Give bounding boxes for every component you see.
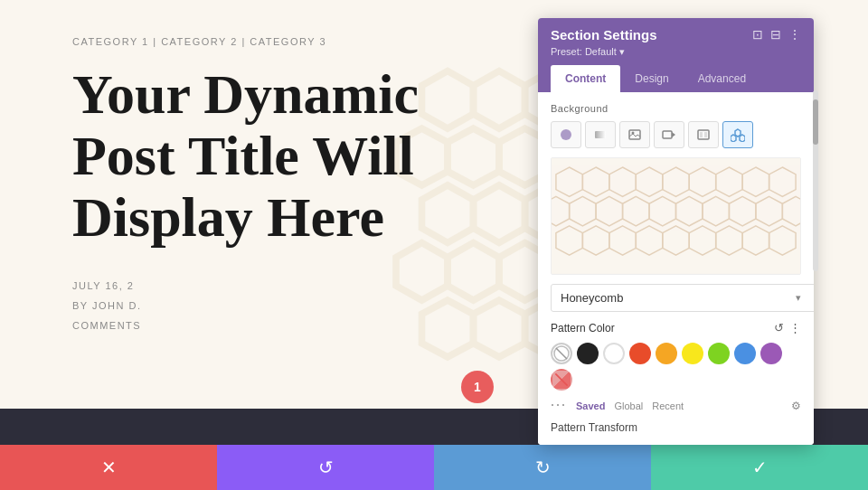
svg-rect-23 bbox=[595, 131, 606, 138]
bg-icon-color[interactable] bbox=[551, 121, 581, 148]
bottom-toolbar: ✕ ↺ ↻ ✓ bbox=[0, 445, 868, 490]
panel-title-row: Section Settings ⊡ ⊟ ⋮ bbox=[551, 27, 801, 42]
tab-design[interactable]: Design bbox=[620, 65, 683, 92]
more-color-icon[interactable]: ⋮ bbox=[789, 321, 801, 335]
pattern-select[interactable]: Honeycomb Dots Stripes Chevron Crosshatc… bbox=[551, 284, 814, 312]
svg-line-65 bbox=[555, 373, 567, 385]
swatch-green[interactable] bbox=[708, 343, 730, 364]
bg-icon-pattern[interactable] bbox=[722, 121, 753, 148]
bg-icon-slideshow[interactable] bbox=[688, 121, 719, 148]
panel-title-icons: ⊡ ⊟ ⋮ bbox=[752, 27, 801, 42]
svg-marker-27 bbox=[672, 132, 675, 137]
panel-scrollbar[interactable] bbox=[813, 90, 818, 271]
panel-icon-more[interactable]: ⋮ bbox=[788, 27, 801, 42]
tab-global[interactable]: Global bbox=[614, 400, 643, 411]
panel-tabs: Content Design Advanced bbox=[551, 65, 801, 92]
svg-rect-30 bbox=[704, 132, 707, 137]
pattern-color-action-icons: ↺ ⋮ bbox=[774, 321, 801, 335]
scrollbar-thumb[interactable] bbox=[813, 99, 818, 145]
tab-content[interactable]: Content bbox=[551, 65, 620, 92]
panel-preset[interactable]: Preset: Default ▾ bbox=[551, 46, 801, 58]
svg-rect-26 bbox=[663, 131, 672, 138]
tab-advanced[interactable]: Advanced bbox=[684, 65, 760, 92]
swatch-white[interactable] bbox=[603, 343, 625, 364]
panel-icon-copy[interactable]: ⊡ bbox=[752, 27, 763, 42]
section-settings-panel: Section Settings ⊡ ⊟ ⋮ Preset: Default ▾… bbox=[538, 18, 814, 445]
svg-marker-31 bbox=[735, 129, 741, 137]
post-meta: JULY 16, 2 BY JOHN D. COMMENTS bbox=[72, 276, 488, 335]
panel-icon-columns[interactable]: ⊟ bbox=[770, 27, 781, 42]
bg-icons-row bbox=[551, 121, 801, 148]
svg-marker-33 bbox=[740, 135, 745, 142]
pattern-color-row: Pattern Color ↺ ⋮ bbox=[551, 321, 801, 335]
cancel-icon: ✕ bbox=[101, 457, 117, 478]
post-title: Your Dynamic Post Title Will Display Her… bbox=[72, 63, 488, 249]
background-label: Background bbox=[551, 103, 801, 114]
settings-gear-icon[interactable]: ⚙ bbox=[791, 400, 801, 413]
step-indicator: 1 bbox=[461, 371, 494, 403]
bg-icon-image[interactable] bbox=[619, 121, 650, 148]
pattern-color-label: Pattern Color bbox=[551, 322, 767, 335]
saved-tabs-row: ··· Saved Global Recent ⚙ bbox=[551, 398, 801, 414]
save-icon: ✓ bbox=[752, 457, 768, 478]
reset-color-icon[interactable]: ↺ bbox=[774, 321, 784, 335]
swatch-yellow[interactable] bbox=[682, 343, 703, 364]
svg-rect-29 bbox=[700, 132, 703, 137]
tab-recent[interactable]: Recent bbox=[652, 400, 684, 411]
undo-icon: ↺ bbox=[318, 457, 334, 478]
panel-body: Background bbox=[538, 92, 814, 445]
more-dots[interactable]: ··· bbox=[551, 398, 567, 414]
swatch-blue[interactable] bbox=[734, 343, 756, 364]
pattern-transform-label: Pattern Transform bbox=[551, 421, 801, 434]
pattern-dropdown-row: Honeycomb Dots Stripes Chevron Crosshatc… bbox=[551, 284, 801, 312]
undo-button[interactable]: ↺ bbox=[217, 445, 434, 490]
panel-title: Section Settings bbox=[551, 27, 657, 42]
panel-header: Section Settings ⊡ ⊟ ⋮ Preset: Default ▾… bbox=[538, 18, 814, 92]
swatch-black[interactable] bbox=[577, 343, 599, 364]
color-swatches bbox=[551, 343, 801, 391]
bg-icon-video[interactable] bbox=[654, 121, 684, 148]
redo-button[interactable]: ↻ bbox=[434, 445, 651, 490]
swatch-orange[interactable] bbox=[656, 343, 677, 364]
swatch-red-orange[interactable] bbox=[629, 343, 651, 364]
svg-marker-32 bbox=[731, 135, 736, 142]
save-button[interactable]: ✓ bbox=[651, 445, 868, 490]
swatch-transparent[interactable] bbox=[551, 343, 572, 364]
svg-point-22 bbox=[561, 129, 571, 140]
post-comments: COMMENTS bbox=[72, 316, 488, 335]
svg-rect-24 bbox=[629, 130, 640, 139]
post-author: BY JOHN D. bbox=[72, 296, 488, 316]
redo-icon: ↻ bbox=[535, 457, 551, 478]
pattern-preview bbox=[551, 157, 801, 275]
bg-icon-gradient[interactable] bbox=[585, 121, 616, 148]
cancel-button[interactable]: ✕ bbox=[0, 445, 217, 490]
category-bar: CATEGORY 1 | CATEGORY 2 | CATEGORY 3 bbox=[72, 36, 488, 47]
post-date: JULY 16, 2 bbox=[72, 276, 488, 296]
svg-line-64 bbox=[556, 348, 567, 359]
left-content: CATEGORY 1 | CATEGORY 2 | CATEGORY 3 You… bbox=[72, 36, 488, 335]
swatch-diagonal[interactable] bbox=[551, 369, 572, 391]
tab-saved[interactable]: Saved bbox=[576, 400, 605, 411]
svg-rect-28 bbox=[698, 130, 709, 139]
swatch-purple[interactable] bbox=[760, 343, 782, 364]
